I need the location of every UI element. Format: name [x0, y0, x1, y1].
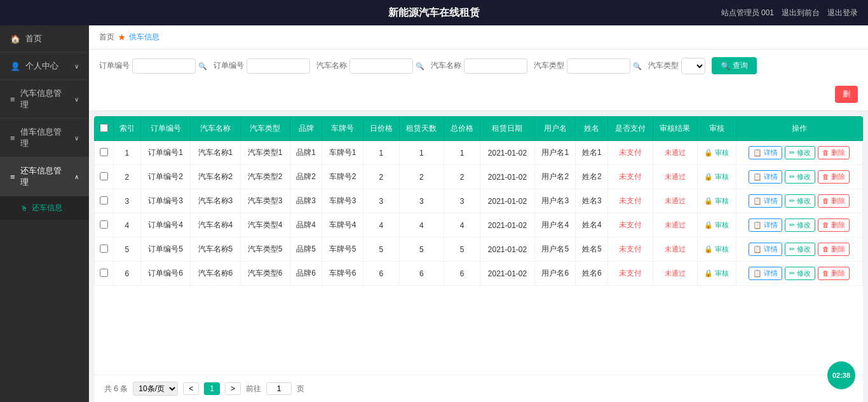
row-plate: 车牌号4	[322, 213, 363, 238]
audit-result-badge: 未通过	[665, 221, 686, 229]
row-rent-days: 5	[399, 238, 444, 262]
search-field-car-name: 汽车名称	[316, 58, 424, 74]
sidebar-item-personal[interactable]: 👤 个人中心 ∨	[0, 53, 89, 80]
car-type-select[interactable]	[681, 58, 705, 74]
breadcrumb-home[interactable]: 首页	[99, 32, 114, 43]
row-checkbox[interactable]	[100, 148, 108, 156]
table-container: 索引 订单编号 汽车名称 汽车类型 品牌 车牌号 日价格 租赁天数 总价格 租赁…	[94, 116, 863, 375]
audit-button[interactable]: 🔒 审核	[704, 196, 729, 206]
car-name-input[interactable]	[349, 58, 413, 74]
next-page-button[interactable]: >	[225, 382, 241, 395]
edit-button[interactable]: ✏ 修改	[785, 218, 815, 232]
row-brand: 品牌6	[290, 262, 322, 286]
select-all-checkbox[interactable]	[100, 124, 108, 132]
batch-delete-button[interactable]: 删	[835, 86, 858, 103]
row-car-type: 汽车类型1	[240, 141, 290, 165]
row-rent-date: 2021-01-02	[480, 165, 534, 189]
person-icon: 👤	[10, 62, 20, 71]
edit-button[interactable]: ✏ 修改	[785, 146, 815, 159]
back-to-console-link[interactable]: 退出到前台	[782, 8, 820, 18]
prev-page-button[interactable]: <	[183, 382, 199, 395]
sidebar-item-borrow-info[interactable]: ≡ 借车信息管理 ∨	[0, 119, 89, 157]
delete-button[interactable]: 🗑 删除	[818, 146, 850, 159]
detail-button[interactable]: 📋 详情	[749, 218, 782, 232]
per-page-select[interactable]: 10条/页	[133, 382, 178, 396]
row-car-name: 汽车名称6	[191, 262, 240, 286]
row-paid: 未支付	[608, 141, 653, 165]
detail-button[interactable]: 📋 详情	[749, 146, 782, 159]
edit-button[interactable]: ✏ 修改	[785, 267, 815, 280]
detail-button[interactable]: 📋 详情	[749, 170, 782, 184]
delete-button[interactable]: 🗑 删除	[818, 170, 850, 184]
row-checkbox[interactable]	[100, 269, 108, 277]
goto-page-input[interactable]	[266, 382, 292, 395]
table-row: 2 订单编号2 汽车名称2 汽车类型2 品牌2 车牌号2 2 2 2 2021-…	[95, 165, 863, 189]
row-car-type: 汽车类型6	[240, 262, 290, 286]
audit-result-badge: 未通过	[665, 269, 686, 277]
search-field-order-no2: 订单编号	[214, 58, 310, 74]
edit-button[interactable]: ✏ 修改	[785, 194, 815, 208]
audit-result-badge: 未通过	[665, 245, 686, 253]
car-name2-input[interactable]	[464, 58, 527, 74]
row-brand: 品牌2	[290, 165, 322, 189]
delete-button[interactable]: 🗑 删除	[818, 243, 850, 256]
row-name: 姓名2	[576, 165, 608, 189]
row-action-cell: 📋 详情 ✏ 修改 🗑 删除	[736, 141, 862, 165]
row-rent-date: 2021-01-02	[480, 238, 534, 262]
delete-button[interactable]: 🗑 删除	[818, 267, 850, 280]
delete-button[interactable]: 🗑 删除	[818, 218, 850, 232]
car-type-select-label: 汽车类型	[648, 60, 679, 71]
row-username: 用户名1	[535, 141, 576, 165]
car-type-input[interactable]	[567, 58, 630, 74]
row-checkbox-cell	[95, 262, 114, 286]
paid-status: 未支付	[619, 196, 642, 205]
row-action-cell: 📋 详情 ✏ 修改 🗑 删除	[736, 165, 862, 189]
sidebar-sub-item-return-detail[interactable]: 🖱 还车信息	[0, 196, 89, 220]
row-car-name: 汽车名称1	[191, 141, 240, 165]
order-no2-input[interactable]	[247, 58, 310, 74]
edit-button[interactable]: ✏ 修改	[785, 243, 815, 256]
row-checkbox[interactable]	[100, 172, 108, 180]
detail-button[interactable]: 📋 详情	[749, 267, 782, 280]
row-paid: 未支付	[608, 189, 653, 213]
sidebar-item-return-info[interactable]: ≡ 还车信息管理 ∧	[0, 157, 89, 196]
row-action-cell: 📋 详情 ✏ 修改 🗑 删除	[736, 238, 862, 262]
table-row: 3 订单编号3 汽车名称3 汽车类型3 品牌3 车牌号3 3 3 3 2021-…	[95, 189, 863, 213]
order-no-input[interactable]	[132, 58, 196, 74]
row-daily-price: 1	[363, 141, 399, 165]
row-checkbox[interactable]	[100, 245, 108, 253]
th-order-no: 订单编号	[140, 117, 190, 141]
audit-button[interactable]: 🔒 审核	[704, 220, 729, 230]
audit-button[interactable]: 🔒 审核	[704, 172, 729, 182]
th-audit-result: 审核结果	[653, 117, 698, 141]
row-rent-days: 1	[399, 141, 444, 165]
edit-button[interactable]: ✏ 修改	[785, 170, 815, 184]
search-button[interactable]: 🔍 查询	[712, 57, 757, 74]
data-table: 索引 订单编号 汽车名称 汽车类型 品牌 车牌号 日价格 租赁天数 总价格 租赁…	[94, 116, 863, 286]
row-brand: 品牌5	[290, 238, 322, 262]
page-1-button[interactable]: 1	[204, 382, 220, 395]
row-rent-days: 6	[399, 262, 444, 286]
audit-button[interactable]: 🔒 审核	[704, 245, 729, 254]
logout-link[interactable]: 退出登录	[827, 8, 858, 18]
row-index: 2	[114, 165, 141, 189]
pagination: 共 6 条 10条/页 < 1 > 前往 页	[94, 375, 863, 402]
row-rent-days: 4	[399, 213, 444, 238]
audit-button[interactable]: 🔒 审核	[704, 148, 729, 157]
sidebar-item-home[interactable]: 🏠 首页	[0, 25, 89, 53]
delete-button[interactable]: 🗑 删除	[818, 194, 850, 208]
row-plate: 车牌号3	[322, 189, 363, 213]
audit-button[interactable]: 🔒 审核	[704, 269, 729, 278]
detail-button[interactable]: 📋 详情	[749, 194, 782, 208]
action-buttons: 📋 详情 ✏ 修改 🗑 删除	[740, 218, 858, 232]
th-car-name: 汽车名称	[191, 117, 240, 141]
row-checkbox[interactable]	[100, 196, 108, 204]
table-row: 1 订单编号1 汽车名称1 汽车类型1 品牌1 车牌号1 1 1 1 2021-…	[95, 141, 863, 165]
row-username: 用户名2	[535, 165, 576, 189]
row-checkbox[interactable]	[100, 220, 108, 229]
sidebar-item-car-info[interactable]: ≡ 汽车信息管理 ∨	[0, 80, 89, 119]
row-daily-price: 2	[363, 165, 399, 189]
row-audit-cell: 🔒 审核	[698, 262, 736, 286]
order-no2-label: 订单编号	[214, 60, 244, 71]
detail-button[interactable]: 📋 详情	[749, 243, 782, 256]
